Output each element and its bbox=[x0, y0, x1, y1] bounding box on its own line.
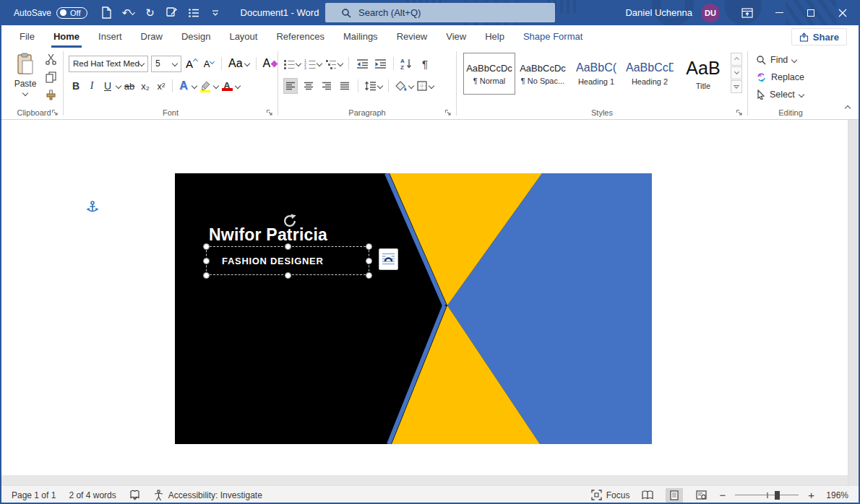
autosave-toggle[interactable]: Off bbox=[56, 7, 87, 19]
zoom-slider[interactable] bbox=[735, 490, 799, 500]
italic-button[interactable]: I bbox=[85, 78, 99, 95]
tab-draw[interactable]: Draw bbox=[132, 25, 172, 48]
copy-button[interactable] bbox=[45, 71, 57, 83]
font-name-combobox[interactable]: Red Hat Text Med bbox=[69, 56, 148, 72]
text-effects-button[interactable]: A bbox=[176, 78, 191, 95]
select-button[interactable]: Select bbox=[756, 90, 804, 100]
list-button[interactable] bbox=[184, 4, 203, 22]
font-color-button[interactable]: A bbox=[220, 78, 234, 95]
minimize-button[interactable] bbox=[763, 0, 795, 25]
numbering-button[interactable]: 123 bbox=[304, 56, 322, 71]
superscript-button[interactable]: x² bbox=[154, 78, 168, 95]
undo-dropdown-icon[interactable] bbox=[130, 10, 135, 15]
share-button[interactable]: Share bbox=[791, 28, 847, 45]
subscript-button[interactable]: x₂ bbox=[138, 78, 152, 95]
justify-button[interactable] bbox=[337, 78, 352, 94]
collapse-ribbon-button[interactable] bbox=[846, 100, 850, 113]
resize-handle-middle-left[interactable] bbox=[203, 258, 210, 264]
autosave-control[interactable]: AutoSave Off bbox=[14, 7, 87, 19]
resize-handle-top-right[interactable] bbox=[366, 243, 372, 250]
tab-references[interactable]: References bbox=[267, 25, 333, 48]
grow-font-button[interactable]: A bbox=[184, 56, 199, 72]
tab-view[interactable]: View bbox=[437, 25, 476, 48]
styles-dialog-launcher[interactable] bbox=[736, 109, 743, 116]
tab-shape-format[interactable]: Shape Format bbox=[514, 25, 592, 48]
save-button[interactable] bbox=[163, 4, 181, 22]
style-heading-2[interactable]: AaBbCcD Heading 2 bbox=[624, 53, 676, 95]
decrease-indent-button[interactable] bbox=[355, 56, 369, 71]
show-hide-formatting-button[interactable]: ¶ bbox=[418, 56, 432, 71]
undo-button[interactable]: ↶ bbox=[119, 4, 138, 22]
zoom-in-button[interactable]: + bbox=[808, 489, 814, 501]
zoom-level[interactable]: 196% bbox=[824, 490, 848, 500]
highlight-dropdown-icon[interactable] bbox=[213, 83, 219, 89]
style-title[interactable]: AaB Title bbox=[677, 53, 729, 95]
clipboard-dialog-launcher[interactable] bbox=[51, 109, 59, 116]
resize-handle-bottom-center[interactable] bbox=[285, 272, 291, 279]
align-center-button[interactable] bbox=[301, 78, 316, 94]
layout-options-button[interactable] bbox=[379, 248, 398, 270]
style-heading-1[interactable]: AaBbC( Heading 1 bbox=[570, 53, 622, 95]
styles-gallery-button[interactable] bbox=[731, 80, 742, 93]
font-size-combobox[interactable]: 5 bbox=[151, 56, 181, 72]
ribbon-display-options-button[interactable] bbox=[731, 0, 763, 25]
customize-quick-access-icon[interactable] bbox=[206, 4, 225, 22]
format-painter-button[interactable] bbox=[45, 89, 57, 101]
paste-button[interactable]: Paste bbox=[9, 53, 41, 105]
maximize-button[interactable] bbox=[795, 0, 827, 25]
font-dialog-launcher[interactable] bbox=[266, 109, 273, 116]
page-indicator[interactable]: Page 1 of 1 bbox=[12, 490, 56, 500]
print-layout-button[interactable] bbox=[666, 488, 683, 503]
accessibility-status-button[interactable]: Accessibility: Investigate bbox=[153, 490, 262, 501]
close-button[interactable] bbox=[827, 0, 859, 25]
borders-button[interactable] bbox=[417, 78, 434, 94]
focus-mode-button[interactable]: Focus bbox=[591, 490, 630, 500]
word-count[interactable]: 2 of 4 words bbox=[69, 490, 116, 500]
tab-review[interactable]: Review bbox=[387, 25, 437, 48]
new-document-button[interactable] bbox=[98, 4, 116, 22]
resize-handle-top-left[interactable] bbox=[203, 243, 210, 250]
resize-handle-bottom-right[interactable] bbox=[366, 272, 372, 279]
style-no-spacing[interactable]: AaBbCcDc ¶ No Spac... bbox=[517, 53, 569, 95]
shading-button[interactable] bbox=[395, 78, 413, 94]
business-card-shape[interactable] bbox=[175, 173, 652, 444]
tab-file[interactable]: File bbox=[10, 25, 44, 48]
highlight-color-button[interactable] bbox=[198, 78, 212, 95]
card-role-text[interactable]: FASHION DESIGNER bbox=[222, 256, 324, 266]
align-left-button[interactable] bbox=[283, 78, 298, 94]
shrink-font-button[interactable]: A bbox=[202, 56, 216, 72]
font-color-dropdown-icon[interactable] bbox=[235, 83, 241, 89]
resize-handle-middle-right[interactable] bbox=[366, 258, 372, 264]
multilevel-list-button[interactable] bbox=[325, 56, 343, 71]
tab-insert[interactable]: Insert bbox=[89, 25, 132, 48]
user-name[interactable]: Daniel Uchenna bbox=[625, 7, 692, 18]
strikethrough-button[interactable]: ab bbox=[122, 78, 137, 95]
card-name-text[interactable]: Nwifor Patricia bbox=[209, 225, 327, 245]
resize-handle-top-center[interactable] bbox=[285, 243, 291, 250]
bold-button[interactable]: B bbox=[69, 78, 83, 95]
align-right-button[interactable] bbox=[319, 78, 334, 94]
redo-button[interactable]: ↻ bbox=[141, 4, 160, 22]
paste-dropdown-icon[interactable] bbox=[22, 90, 28, 96]
vertical-scrollbar[interactable] bbox=[848, 120, 859, 485]
increase-indent-button[interactable] bbox=[373, 56, 387, 71]
underline-dropdown-icon[interactable] bbox=[116, 83, 121, 89]
change-case-button[interactable]: Aa bbox=[227, 56, 251, 72]
cut-button[interactable] bbox=[45, 53, 57, 65]
underline-button[interactable]: U bbox=[100, 78, 115, 95]
styles-scroll-up-button[interactable] bbox=[731, 53, 742, 66]
styles-scroll-down-button[interactable] bbox=[731, 66, 742, 79]
tab-home[interactable]: Home bbox=[44, 25, 89, 48]
text-effects-dropdown-icon[interactable] bbox=[192, 83, 197, 89]
zoom-out-button[interactable]: − bbox=[719, 489, 726, 501]
avatar[interactable]: DU bbox=[701, 4, 720, 22]
find-button[interactable]: Find bbox=[756, 55, 796, 65]
tab-mailings[interactable]: Mailings bbox=[334, 25, 387, 48]
paragraph-dialog-launcher[interactable] bbox=[444, 109, 452, 116]
web-layout-button[interactable] bbox=[692, 488, 710, 503]
clear-formatting-button[interactable]: A bbox=[262, 56, 279, 72]
style-normal[interactable]: AaBbCcDc ¶ Normal bbox=[463, 53, 515, 95]
search-input[interactable]: Search (Alt+Q) bbox=[325, 3, 555, 22]
tab-layout[interactable]: Layout bbox=[220, 25, 267, 48]
replace-button[interactable]: bc Replace bbox=[756, 72, 804, 82]
